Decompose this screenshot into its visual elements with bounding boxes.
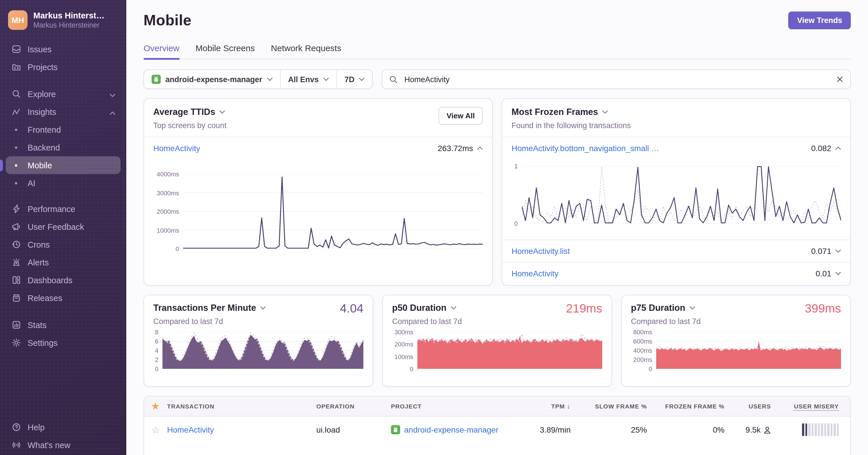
star-outline-icon[interactable]: ☆ (144, 424, 167, 435)
sidebar-item-label: What's new (28, 440, 70, 450)
transaction-link[interactable]: HomeActivity (512, 269, 558, 278)
tab-overview[interactable]: Overview (144, 43, 179, 59)
sidebar-footer: Help What's new (6, 418, 121, 455)
bullet-icon (11, 164, 21, 166)
col-users[interactable]: USERS (724, 403, 771, 409)
lightning-icon (11, 204, 21, 214)
card-subtitle: Compared to last 7d (392, 317, 602, 326)
broadcast-icon (11, 440, 21, 450)
sidebar-item-help[interactable]: Help (6, 418, 121, 436)
sidebar-item-label: Projects (28, 62, 58, 72)
sidebar-item-label: Backend (28, 143, 60, 152)
sidebar-item-backend[interactable]: Backend (6, 138, 121, 156)
search-icon (390, 75, 398, 84)
col-tpm-sorted[interactable]: TPM ↓ (506, 402, 570, 410)
transaction-link[interactable]: HomeActivity.list (512, 247, 570, 256)
chevron-down-icon (359, 78, 365, 81)
card-title-dropdown[interactable]: Transactions Per Minute (153, 303, 363, 313)
p75-area-chart (656, 332, 841, 369)
table-row: ☆ HomeActivity ui.load android-expense-m… (144, 417, 850, 443)
transaction-link[interactable]: HomeActivity.bottom_navigation_small … (512, 144, 659, 153)
project-link[interactable]: android-expense-manager (404, 425, 498, 434)
sidebar-item-settings[interactable]: Settings (6, 334, 121, 351)
col-user-misery[interactable]: USER MISERY (771, 403, 850, 409)
accordion-row-homeactivity[interactable]: HomeActivity 263.72ms (144, 137, 492, 159)
view-all-button[interactable]: View All (439, 107, 483, 125)
sidebar-item-mobile[interactable]: Mobile (6, 156, 121, 174)
project-selector[interactable]: android-expense-manager (144, 70, 280, 88)
col-frozen-frame[interactable]: FROZEN FRAME % (647, 403, 724, 409)
chevron-down-icon (267, 78, 273, 81)
chevron-up-icon (835, 146, 841, 150)
accordion-row-homeactivity-list[interactable]: HomeActivity.list 0.071 (502, 240, 850, 262)
sidebar-item-crons[interactable]: Crons (6, 235, 121, 253)
search-box (382, 69, 851, 89)
environment-value: All Envs (288, 75, 319, 84)
p75-duration-card: p75 Duration 399ms Compared to last 7d 8… (621, 295, 851, 387)
date-range-selector[interactable]: 7D (336, 70, 372, 88)
chevron-down-icon (260, 306, 266, 310)
ttid-value: 263.72ms (438, 144, 473, 153)
col-slow-frame[interactable]: SLOW FRAME % (570, 403, 647, 409)
archive-box-icon (11, 293, 21, 303)
insights-icon (11, 107, 21, 117)
sidebar-item-projects[interactable]: Projects (6, 58, 121, 76)
siren-icon (11, 257, 21, 267)
main-content: Mobile View Trends Overview Mobile Scree… (126, 0, 868, 455)
chevron-down-icon (110, 89, 115, 98)
col-project[interactable]: PROJECT (391, 403, 506, 409)
view-trends-button[interactable]: View Trends (788, 11, 851, 29)
sidebar-item-issues[interactable]: Issues (6, 40, 121, 58)
transaction-link[interactable]: HomeActivity (167, 425, 214, 434)
frozen-rate-value: 0.01 (816, 269, 832, 278)
org-name: Markus Hintersteiner (33, 21, 108, 29)
average-ttids-card: Average TTIDs Top screens by count View … (144, 98, 493, 286)
transaction-link[interactable]: HomeActivity (153, 144, 200, 153)
col-operation[interactable]: OPERATION (316, 403, 391, 409)
tpm-card: Transactions Per Minute 4.04 Compared to… (144, 295, 373, 387)
sidebar-item-insights[interactable]: Insights (6, 103, 121, 121)
chevron-down-icon (451, 306, 456, 310)
card-title-dropdown[interactable]: Most Frozen Frames (512, 107, 841, 117)
sidebar-item-stats[interactable]: Stats (6, 316, 121, 334)
star-icon[interactable]: ★ (144, 401, 167, 411)
most-frozen-frames-card: Most Frozen Frames Found in the followin… (502, 98, 851, 286)
sidebar-item-alerts[interactable]: Alerts (6, 253, 121, 271)
users-count: 9.5k (745, 425, 761, 434)
search-input[interactable] (403, 75, 831, 84)
tab-network-requests[interactable]: Network Requests (271, 43, 341, 59)
card-title-dropdown[interactable]: Average TTIDs (153, 107, 483, 117)
sidebar: MH Markus Hintersteiner Markus Hinterste… (0, 0, 126, 455)
clear-search-icon[interactable] (836, 76, 843, 83)
p50-value: 219ms (566, 302, 602, 315)
chevron-down-icon (323, 78, 329, 81)
environment-selector[interactable]: All Envs (280, 70, 337, 88)
tab-bar: Overview Mobile Screens Network Requests (144, 43, 851, 59)
sidebar-item-ai[interactable]: AI (6, 174, 121, 192)
chevron-down-icon (689, 306, 695, 310)
android-project-icon (391, 425, 400, 434)
card-title: Transactions Per Minute (153, 303, 256, 313)
help-icon (11, 422, 21, 432)
org-user-dropdown[interactable]: MH Markus Hintersteiner Markus Hinterste… (0, 0, 126, 37)
transactions-table: ★ TRANSACTION OPERATION PROJECT TPM ↓ SL… (144, 396, 851, 455)
accordion-row-homeactivity[interactable]: HomeActivity 0.01 (502, 262, 850, 284)
sidebar-item-dashboards[interactable]: Dashboards (6, 271, 121, 289)
sidebar-item-performance[interactable]: Performance (6, 200, 121, 218)
sidebar-item-frontend[interactable]: Frontend (6, 121, 121, 138)
sidebar-item-user-feedback[interactable]: User Feedback (6, 218, 121, 235)
sidebar-item-whats-new[interactable]: What's new (6, 436, 121, 454)
p50-duration-card: p50 Duration 219ms Compared to last 7d 3… (382, 295, 612, 387)
p50-area-chart (417, 332, 602, 369)
card-subtitle: Found in the following transactions (512, 121, 841, 130)
p50-chart: 300ms 200ms 100ms 0 (392, 332, 602, 369)
tpm-chart: 8 6 4 2 0 (153, 332, 363, 369)
col-transaction[interactable]: TRANSACTION (167, 403, 316, 409)
sidebar-item-explore[interactable]: Explore (6, 85, 121, 103)
tab-mobile-screens[interactable]: Mobile Screens (195, 43, 255, 59)
clock-history-icon (11, 239, 21, 250)
sidebar-item-releases[interactable]: Releases (6, 289, 121, 307)
chevron-up-icon (110, 107, 115, 116)
accordion-row-bottom-navigation[interactable]: HomeActivity.bottom_navigation_small … 0… (502, 137, 850, 159)
tpm-area-chart (162, 332, 363, 369)
